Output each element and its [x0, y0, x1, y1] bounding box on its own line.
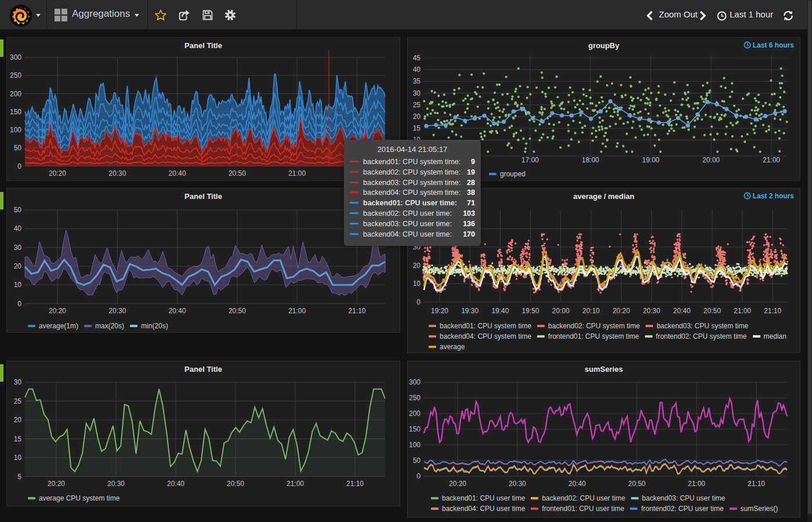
- svg-text:150: 150: [10, 108, 21, 116]
- svg-text:100: 100: [10, 126, 21, 134]
- svg-text:20:40: 20:40: [169, 307, 186, 315]
- svg-text:20:50: 20:50: [628, 480, 646, 488]
- svg-text:20:50: 20:50: [227, 480, 244, 488]
- svg-text:20:10: 20:10: [582, 307, 600, 315]
- svg-text:20:50: 20:50: [704, 307, 721, 315]
- svg-text:21:10: 21:10: [346, 480, 364, 488]
- svg-text:20:20: 20:20: [48, 480, 65, 488]
- svg-text:300: 300: [409, 378, 420, 386]
- svg-text:20:50: 20:50: [229, 307, 246, 315]
- svg-text:20: 20: [413, 262, 421, 270]
- svg-text:20:30: 20:30: [108, 169, 126, 177]
- svg-text:10: 10: [14, 281, 22, 289]
- svg-text:21:00: 21:00: [287, 480, 304, 488]
- svg-text:21:00: 21:00: [288, 307, 306, 315]
- svg-text:20:40: 20:40: [673, 307, 691, 315]
- svg-text:19:50: 19:50: [522, 307, 539, 315]
- svg-text:10: 10: [413, 280, 421, 288]
- svg-text:21:10: 21:10: [748, 480, 765, 488]
- svg-text:25: 25: [14, 397, 22, 405]
- svg-text:20: 20: [14, 416, 22, 424]
- svg-text:30: 30: [413, 89, 421, 97]
- svg-text:25: 25: [413, 101, 421, 109]
- svg-text:200: 200: [409, 409, 420, 418]
- svg-text:50: 50: [14, 144, 22, 152]
- svg-text:21:00: 21:00: [763, 156, 780, 164]
- svg-text:0: 0: [416, 472, 420, 480]
- svg-text:19:40: 19:40: [491, 307, 509, 315]
- svg-text:20:30: 20:30: [509, 480, 526, 488]
- svg-text:0: 0: [416, 298, 420, 306]
- svg-text:45: 45: [413, 54, 421, 62]
- svg-text:10: 10: [14, 454, 22, 462]
- svg-text:15: 15: [14, 435, 22, 443]
- svg-text:20:40: 20:40: [568, 480, 586, 488]
- svg-text:30: 30: [14, 244, 22, 252]
- svg-text:40: 40: [14, 224, 22, 233]
- svg-text:19:30: 19:30: [461, 307, 478, 315]
- svg-text:20:20: 20:20: [449, 480, 466, 488]
- svg-text:21:00: 21:00: [688, 480, 705, 488]
- svg-text:20:50: 20:50: [229, 169, 246, 177]
- svg-text:19:20: 19:20: [431, 307, 448, 315]
- svg-text:20:30: 20:30: [107, 480, 125, 488]
- svg-text:50: 50: [14, 206, 22, 214]
- svg-text:250: 250: [409, 394, 420, 402]
- svg-text:5: 5: [17, 473, 21, 481]
- svg-text:15: 15: [413, 124, 421, 132]
- svg-text:20:20: 20:20: [49, 169, 66, 177]
- svg-text:20:00: 20:00: [702, 156, 720, 164]
- svg-text:20:40: 20:40: [167, 480, 184, 488]
- svg-text:20: 20: [14, 262, 22, 270]
- svg-text:19:00: 19:00: [642, 156, 659, 164]
- svg-text:250: 250: [10, 71, 21, 79]
- svg-text:150: 150: [409, 425, 420, 433]
- svg-text:18:00: 18:00: [582, 156, 599, 164]
- svg-text:20:20: 20:20: [612, 307, 630, 315]
- svg-text:21:10: 21:10: [348, 307, 365, 315]
- svg-text:20:30: 20:30: [108, 307, 126, 315]
- svg-text:17:00: 17:00: [521, 156, 539, 164]
- svg-text:20:30: 20:30: [643, 307, 660, 315]
- svg-text:20:00: 20:00: [552, 307, 570, 315]
- svg-text:21:10: 21:10: [764, 307, 781, 315]
- svg-text:30: 30: [14, 378, 22, 386]
- svg-text:100: 100: [409, 441, 420, 449]
- svg-text:21:00: 21:00: [734, 307, 751, 315]
- svg-text:20:40: 20:40: [169, 169, 186, 177]
- svg-text:0: 0: [17, 300, 21, 308]
- svg-text:50: 50: [413, 456, 421, 465]
- svg-text:0: 0: [17, 162, 21, 171]
- svg-text:40: 40: [413, 66, 421, 74]
- svg-text:21:00: 21:00: [288, 169, 306, 177]
- svg-text:300: 300: [10, 53, 21, 61]
- svg-text:35: 35: [413, 77, 421, 85]
- svg-text:200: 200: [10, 90, 21, 98]
- svg-text:20:20: 20:20: [49, 307, 66, 315]
- svg-text:20: 20: [413, 113, 421, 121]
